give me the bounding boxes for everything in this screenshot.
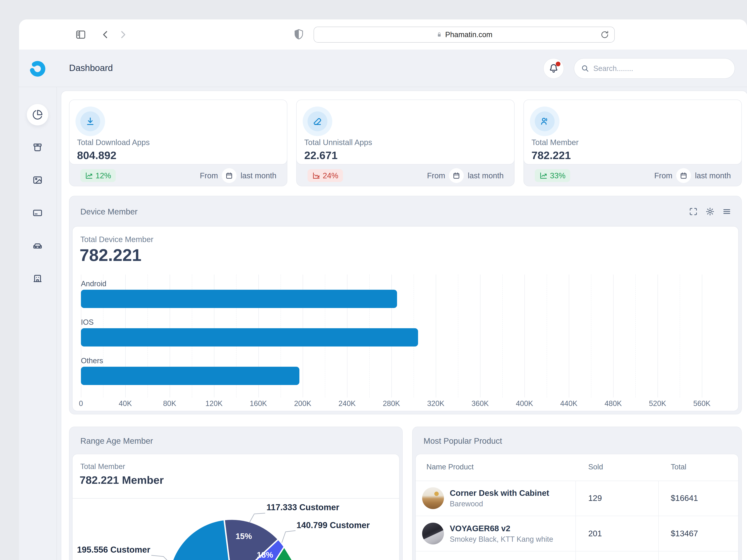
x-axis-tick: 520K (649, 399, 666, 408)
x-axis-tick: 120K (205, 399, 223, 408)
search-bar[interactable] (574, 58, 735, 79)
stat-value: 804.892 (77, 149, 116, 162)
x-axis-tick: 480K (604, 399, 622, 408)
bar-others[interactable] (81, 367, 300, 385)
stat-title: Total Member (532, 138, 578, 147)
device-member-panel: Device Member Total Device Member 782.22… (69, 196, 742, 415)
trend-down-icon (312, 171, 320, 180)
browser-window: Phamatin.com Dashboard (19, 20, 747, 560)
page-title: Dashboard (69, 62, 113, 73)
fullscreen-icon[interactable] (689, 207, 698, 216)
stat-icon-halo (76, 107, 105, 136)
trend-value: 33% (550, 171, 566, 180)
trend-value: 24% (323, 171, 338, 180)
stat-period: From last month (200, 169, 277, 182)
from-label: From (427, 171, 445, 180)
search-input[interactable] (593, 64, 728, 73)
grid-line-major (436, 274, 436, 397)
stat-value: 782.221 (532, 149, 571, 162)
stat-card-members: Total Member 782.221 33% From last month (523, 100, 742, 186)
column-header-sold: Sold (588, 463, 603, 471)
pie-percent-label: 18% (257, 550, 273, 559)
eraser-icon (312, 116, 323, 126)
notification-dot (556, 62, 561, 66)
product-variant: Smokey Black, KTT Kang white (450, 535, 553, 543)
product-variant: Barewood (450, 500, 483, 508)
grid-line-major (569, 274, 569, 397)
popular-product-card: Name Product Sold Total Corner Desk with… (415, 454, 739, 560)
stat-card-body: Total Member 782.221 (523, 100, 742, 164)
trend-value: 12% (96, 171, 111, 180)
settings-gear-icon[interactable] (705, 207, 715, 216)
back-button-icon[interactable] (101, 30, 110, 39)
trend-up-icon (85, 171, 93, 180)
sidebar-item-vehicles[interactable] (32, 241, 43, 251)
menu-icon[interactable] (722, 207, 731, 216)
x-axis-tick: 440K (560, 399, 577, 408)
bar-category-label: IOS (81, 318, 94, 326)
row-divider (416, 551, 738, 552)
header-divider (19, 87, 747, 87)
notifications-button[interactable] (543, 58, 564, 79)
stat-card-body: Total Download Apps 804.892 (69, 100, 287, 164)
bar-android[interactable] (81, 290, 397, 308)
sidebar-divider (56, 87, 57, 560)
stat-period: From last month (654, 169, 731, 182)
browser-toolbar: Phamatin.com (19, 20, 747, 50)
users-icon (540, 116, 550, 126)
range-age-panel: Range Age Member Total Member 782.221 Me… (69, 427, 403, 560)
download-icon (85, 116, 95, 126)
sidebar-toggle-icon[interactable] (75, 29, 86, 40)
url-text: Phamatin.com (445, 30, 493, 39)
privacy-shield-icon[interactable] (294, 28, 304, 41)
calendar-icon (453, 172, 460, 180)
forward-button-icon[interactable] (118, 30, 128, 39)
pie-slice-3[interactable] (169, 519, 232, 560)
product-sold: 201 (588, 529, 602, 538)
product-row-1[interactable]: Corner Desk with CabinetBarewood129$1664… (416, 481, 738, 516)
x-axis-tick: 200K (294, 399, 311, 408)
pie-connector-line (282, 531, 295, 542)
pie-callout-195556: 195.556 Customer (77, 545, 150, 555)
sidebar-item-payments[interactable] (32, 208, 43, 218)
grid-line-minor (458, 274, 458, 397)
x-axis-tick: 240K (338, 399, 356, 408)
product-row-2[interactable]: VOYAGER68 v2Smokey Black, KTT Kang white… (416, 516, 738, 552)
panel-title: Range Age Member (80, 436, 153, 446)
grid-line-major (480, 274, 481, 397)
sidebar-item-archive[interactable] (32, 142, 43, 153)
pie-callout-117333: 117.333 Customer (266, 502, 339, 512)
grid-line-major (658, 274, 658, 397)
stat-card-downloads: Total Download Apps 804.892 12% From las… (69, 100, 287, 186)
pie-callout-140799: 140.799 Customer (297, 520, 370, 530)
reload-icon[interactable] (600, 30, 609, 39)
column-header-name: Name Product (427, 463, 474, 471)
sidebar-item-media[interactable] (32, 175, 43, 185)
x-axis-tick: 0 (79, 399, 83, 408)
grid-line-major (613, 274, 614, 397)
grid-line-minor (635, 274, 636, 397)
pie-connector-line (152, 555, 170, 560)
app-logo[interactable] (29, 59, 47, 77)
popular-product-panel: Most Popular Product Name Product Sold T… (412, 427, 742, 560)
pie-connector-line (250, 513, 265, 522)
trend-badge: 24% (308, 169, 343, 182)
x-axis-tick: 560K (693, 399, 711, 408)
from-label: From (200, 171, 218, 180)
trend-badge: 33% (535, 169, 570, 182)
pie-percent-label: 15% (236, 532, 252, 541)
bar-category-label: Others (81, 356, 103, 365)
product-total: $13467 (671, 529, 698, 538)
sidebar-item-dashboard[interactable] (27, 104, 48, 126)
period-label: last month (468, 171, 504, 180)
product-sold: 129 (588, 494, 602, 503)
grid-line-minor (591, 274, 591, 397)
bar-ios[interactable] (81, 328, 418, 347)
trend-up-icon (539, 171, 548, 180)
panel-title: Device Member (80, 207, 137, 216)
x-axis-tick: 160K (250, 399, 267, 408)
search-icon (581, 64, 589, 73)
address-bar[interactable]: Phamatin.com (314, 27, 615, 43)
product-name: VOYAGER68 v2 (450, 524, 510, 533)
sidebar-item-company[interactable] (32, 273, 43, 283)
